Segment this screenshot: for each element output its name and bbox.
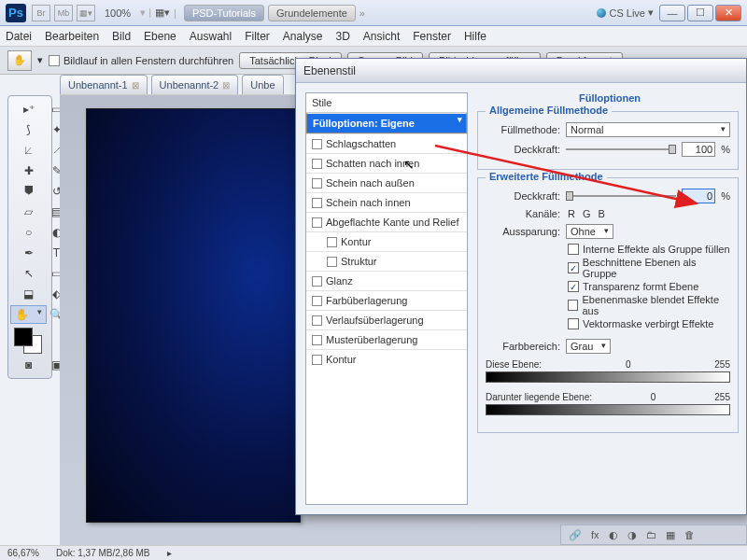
- viewmode-icon[interactable]: ▦▾: [77, 5, 95, 21]
- heal-tool[interactable]: ✚: [10, 161, 47, 180]
- blur-tool[interactable]: ○: [10, 223, 47, 242]
- style-item-7[interactable]: Struktur: [306, 251, 467, 271]
- menu-analyse[interactable]: Analyse: [283, 30, 323, 43]
- new-icon[interactable]: ▦: [666, 529, 675, 541]
- style-item-8[interactable]: Glanz: [306, 271, 467, 290]
- fillopacity-slider[interactable]: [566, 189, 676, 203]
- blend-flag-1[interactable]: Beschnittene Ebenen als Gruppe: [568, 257, 730, 279]
- style-item-11[interactable]: Musterüberlagerung: [306, 329, 467, 349]
- menu-bild[interactable]: Bild: [112, 30, 131, 43]
- knockout-select[interactable]: Ohne: [566, 224, 613, 239]
- cslive-icon: [597, 8, 606, 18]
- opacity-label: Deckkraft:: [486, 144, 560, 155]
- style-item-1[interactable]: Schlagschatten: [306, 133, 467, 153]
- blend-flag-4[interactable]: Vektormaske verbirgt Effekte: [568, 318, 730, 329]
- close-icon[interactable]: ⊠: [222, 80, 230, 91]
- blend-flag-2[interactable]: Transparenz formt Ebene: [568, 281, 730, 292]
- style-item-12[interactable]: Kontur: [306, 349, 467, 369]
- style-item-2[interactable]: Schatten nach innen: [306, 153, 467, 173]
- channel-r-checkbox[interactable]: R: [566, 208, 575, 219]
- lasso-tool[interactable]: ⟆: [10, 120, 47, 139]
- blend-flag-3[interactable]: Ebenenmaske blendet Effekte aus: [568, 294, 730, 316]
- menubar: Datei Bearbeiten Bild Ebene Auswahl Filt…: [0, 26, 747, 47]
- stamp-tool[interactable]: ⛊: [10, 182, 47, 201]
- menu-auswahl[interactable]: Auswahl: [190, 30, 232, 43]
- tab-unbenannt-2[interactable]: Unbenannt-2⊠: [151, 75, 239, 94]
- menu-3d[interactable]: 3D: [336, 30, 350, 43]
- adjustment-icon[interactable]: ◑: [627, 529, 637, 541]
- folder-icon[interactable]: 🗀: [646, 529, 656, 540]
- menu-bearbeiten[interactable]: Bearbeiten: [45, 30, 99, 43]
- underlying-layer-ramp[interactable]: [486, 404, 730, 415]
- style-item-3[interactable]: Schein nach außen: [306, 173, 467, 192]
- workspace-tutorials[interactable]: PSD-Tutorials: [184, 5, 264, 21]
- minimize-button[interactable]: —: [659, 5, 685, 21]
- dialog-title: Ebenenstil: [296, 59, 746, 83]
- style-item-6[interactable]: Kontur: [306, 231, 467, 251]
- blendif-select[interactable]: Grau: [566, 339, 611, 354]
- this-layer-ramp[interactable]: [486, 371, 730, 383]
- channel-g-checkbox[interactable]: G: [581, 208, 591, 219]
- close-button[interactable]: ✕: [715, 5, 741, 21]
- blendif-label: Farbbereich:: [486, 341, 560, 352]
- blend-flag-0[interactable]: Interne Effekte als Gruppe füllen: [568, 244, 730, 255]
- status-zoom[interactable]: 66,67%: [7, 548, 39, 558]
- style-item-9[interactable]: Farbüberlagerung: [306, 290, 467, 310]
- mini-panel: 🔗 fx ◐ ◑ 🗀 ▦ 🗑: [560, 525, 747, 545]
- status-bar: 66,67% Dok: 1,37 MB/2,86 MB ▸: [0, 545, 747, 560]
- maximize-button[interactable]: ☐: [687, 5, 713, 21]
- link-icon[interactable]: 🔗: [569, 529, 582, 541]
- close-icon[interactable]: ⊠: [132, 80, 139, 91]
- zoom-level[interactable]: 100%: [105, 7, 131, 19]
- mask-icon[interactable]: ◐: [609, 529, 618, 541]
- eraser-tool[interactable]: ▱: [10, 203, 47, 221]
- menu-datei[interactable]: Datei: [6, 30, 32, 43]
- underlying-layer-label: Darunter liegende Ebene:: [486, 392, 592, 402]
- menu-filter[interactable]: Filter: [245, 30, 270, 43]
- tab-unbenannt-3[interactable]: Unbe: [242, 75, 283, 94]
- workspace-basics[interactable]: Grundelemente: [268, 5, 356, 21]
- style-item-0[interactable]: Fülloptionen: Eigene: [306, 113, 467, 133]
- menu-fenster[interactable]: Fenster: [413, 30, 451, 43]
- tab-unbenannt-1[interactable]: Unbenannt-1⊠: [60, 75, 148, 94]
- menu-hilfe[interactable]: Hilfe: [464, 30, 486, 43]
- opacity-input[interactable]: 100: [682, 142, 715, 157]
- color-swatches[interactable]: [10, 326, 64, 354]
- hand-tool-icon[interactable]: ✋: [7, 50, 32, 71]
- trash-icon[interactable]: 🗑: [684, 529, 695, 540]
- blendmode-select[interactable]: Normal: [566, 122, 730, 137]
- scroll-all-windows-checkbox[interactable]: Bildlauf in allen Fenstern durchführen: [49, 55, 233, 66]
- pen-tool[interactable]: ✒: [10, 244, 47, 262]
- layer-style-dialog: Ebenenstil Stile Fülloptionen: EigeneSch…: [295, 58, 747, 515]
- fillopacity-input[interactable]: 0: [682, 189, 715, 203]
- cslive-label[interactable]: CS Live: [609, 7, 645, 19]
- blendmode-label: Füllmethode:: [486, 124, 560, 135]
- crop-tool[interactable]: ⟀: [10, 141, 47, 160]
- channel-b-checkbox[interactable]: B: [597, 208, 605, 219]
- move-tool[interactable]: ▸⁺: [10, 100, 47, 119]
- quickmask-icon[interactable]: ◙: [10, 356, 47, 374]
- ps-logo: Ps: [6, 4, 26, 22]
- knockout-label: Aussparung:: [486, 226, 560, 237]
- menu-ansicht[interactable]: Ansicht: [363, 30, 400, 43]
- style-item-4[interactable]: Schein nach innen: [306, 192, 467, 212]
- hand-tool[interactable]: ✋: [10, 305, 47, 324]
- fillopacity-label: Deckkraft:: [486, 190, 560, 202]
- opacity-slider[interactable]: [566, 143, 676, 156]
- general-blending-group: Allgemeine Füllmethode Füllmethode: Norm…: [477, 111, 739, 170]
- fill-options-heading: Fülloptionen: [477, 92, 742, 104]
- style-item-10[interactable]: Verlaufsüberlagerung: [306, 310, 467, 329]
- styles-list: Stile Fülloptionen: EigeneSchlagschatten…: [305, 92, 468, 505]
- channels-label: Kanäle:: [486, 208, 560, 219]
- bridge-icon[interactable]: Br: [32, 5, 50, 21]
- 3d-tool[interactable]: ⬓: [10, 285, 47, 303]
- minibridge-icon[interactable]: Mb: [54, 5, 73, 21]
- styles-header[interactable]: Stile: [306, 93, 467, 113]
- style-item-5[interactable]: Abgeflachte Kante und Relief: [306, 212, 467, 231]
- path-tool[interactable]: ↖: [10, 264, 47, 283]
- advanced-blending-group: Erweiterte Füllmethode Deckkraft: 0% Kan…: [477, 177, 739, 433]
- titlebar: Ps Br Mb ▦▾ 100% ▾ | ▦▾ | PSD-Tutorials …: [0, 0, 747, 26]
- document-canvas[interactable]: [86, 108, 301, 523]
- fx-icon[interactable]: fx: [591, 529, 599, 540]
- menu-ebene[interactable]: Ebene: [144, 30, 176, 43]
